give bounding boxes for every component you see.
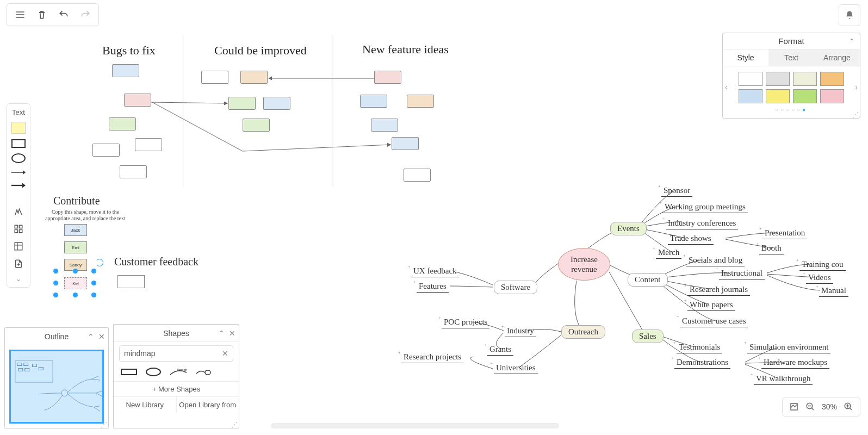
mindmap-leaf[interactable]: Simulation environment [747,343,830,353]
mindmap-leaf[interactable]: Grants [487,345,513,356]
shape-sample[interactable]: Branch [169,367,188,377]
mindmap-leaf[interactable]: Industry conferences [666,219,738,229]
selection-handle[interactable] [91,269,96,274]
mindmap-leaf[interactable]: Features [417,282,449,293]
card[interactable] [112,64,139,77]
shape-sample[interactable] [145,367,162,377]
color-swatch[interactable] [820,72,844,86]
selection-handle[interactable] [91,281,96,285]
card[interactable] [120,165,147,178]
mindmap-leaf[interactable]: Booth [759,244,784,254]
mindmap-leaf[interactable]: Merch [656,248,681,259]
arrow-tool[interactable] [11,182,26,189]
selection-handle[interactable] [53,293,58,297]
contributor-chip[interactable]: Jack [64,224,87,236]
mindmap-leaf[interactable]: Trade shows [668,234,714,245]
mindmap-center-node[interactable]: Increase revenue [558,248,610,281]
palette-pager[interactable]: ○○○○○● [729,107,853,113]
zoom-level[interactable]: 30% [822,402,837,411]
note-tool[interactable] [11,122,26,134]
mindmap-leaf[interactable]: Customer use cases [680,316,748,327]
card[interactable] [404,169,431,182]
collapse-icon[interactable]: ⌃ [849,38,854,45]
color-swatch[interactable] [820,89,844,103]
contributor-chip[interactable]: Emi [64,241,87,253]
next-palette-icon[interactable]: › [855,83,858,91]
mindmap-leaf[interactable]: VR walkthrough [754,374,813,385]
color-swatch[interactable] [766,89,790,103]
delete-button[interactable] [32,5,52,24]
mindmap-leaf[interactable]: Instructional [719,269,765,279]
expand-tools-button[interactable]: ⌄ [16,275,21,283]
mindmap-leaf[interactable]: Research projects [401,352,463,363]
more-shapes-button[interactable]: + More Shapes [114,381,239,396]
fullscreen-icon[interactable] [789,402,799,412]
line-tool[interactable] [11,169,26,176]
mindmap-leaf[interactable]: Videos [806,273,833,284]
card[interactable] [92,144,120,157]
collapse-icon[interactable]: ⌃ [88,332,94,341]
tab-text[interactable]: Text [768,49,814,66]
color-swatch[interactable] [739,72,762,86]
text-tool-label[interactable]: Text [12,108,25,116]
shape-sample[interactable] [120,367,138,377]
mindmap-node-outreach[interactable]: Outreach [561,325,605,339]
color-swatch[interactable] [793,72,817,86]
resize-grip-icon[interactable]: ⋰ [231,422,238,427]
resize-grip-icon[interactable]: ⋰ [852,113,859,117]
zoom-in-icon[interactable] [844,402,853,412]
mindmap-node-events[interactable]: Events [610,222,647,235]
clear-search-icon[interactable]: ✕ [222,349,228,358]
mindmap-leaf[interactable]: White papers [687,300,735,311]
resize-grip-icon[interactable]: ⋰ [101,422,107,427]
notifications-button[interactable] [839,4,860,26]
horizontal-scrollbar[interactable] [271,423,559,428]
color-swatch[interactable] [766,72,790,86]
close-icon[interactable]: ✕ [229,329,235,338]
mindmap-leaf[interactable]: UX feedback [411,266,459,277]
mindmap-leaf[interactable]: POC projects [442,318,489,328]
mindmap-leaf[interactable]: Industry [505,326,536,337]
selection-handle[interactable] [73,293,78,297]
customer-feedback-box[interactable] [117,275,145,288]
close-icon[interactable]: ✕ [98,332,105,341]
selection-handle[interactable] [53,281,58,285]
selection-handle[interactable] [53,269,58,274]
card[interactable] [407,95,434,108]
color-swatch[interactable] [739,89,762,103]
rotate-handle-icon[interactable] [96,259,103,266]
tab-arrange[interactable]: Arrange [814,49,860,66]
freehand-tool[interactable] [11,206,26,217]
prev-palette-icon[interactable]: ‹ [725,83,728,91]
mindmap-canvas[interactable]: Increase revenue Software UX feedback Fe… [397,185,848,397]
menu-button[interactable] [10,5,30,24]
undo-button[interactable] [54,5,73,24]
mindmap-leaf[interactable]: Sponsor [661,186,692,197]
selection-handle[interactable] [91,293,96,297]
redo-button[interactable] [76,5,95,24]
ellipse-tool[interactable] [11,153,26,163]
open-library-button[interactable]: Open Library from [177,397,239,413]
mindmap-leaf[interactable]: Presentation [762,228,807,239]
shape-sample[interactable] [195,367,212,377]
insert-tool[interactable] [11,258,26,270]
mindmap-leaf[interactable]: Working group meetings [662,202,748,213]
rectangle-tool[interactable] [11,139,26,148]
mindmap-leaf[interactable]: Hardware mockups [761,358,829,369]
shapes-tool[interactable] [11,223,26,235]
color-swatch[interactable] [793,89,817,103]
new-library-button[interactable]: New Library [114,397,177,413]
shape-search-input[interactable]: mindmap ✕ [119,345,233,362]
mindmap-leaf[interactable]: Training cou [799,260,846,271]
selection-handle[interactable] [73,269,78,274]
mindmap-node-content[interactable]: Content [628,273,668,287]
mindmap-leaf[interactable]: Research journals [687,285,750,296]
card[interactable] [109,117,136,130]
mindmap-leaf[interactable]: Demonstrations [674,358,730,369]
mindmap-node-software[interactable]: Software [494,281,537,294]
collapse-icon[interactable]: ⌃ [218,329,225,338]
zoom-out-icon[interactable] [805,402,815,412]
mindmap-leaf[interactable]: Socials and blog [686,256,745,266]
outline-thumbnail[interactable] [9,350,104,424]
mindmap-leaf[interactable]: Testimonials [677,343,722,353]
